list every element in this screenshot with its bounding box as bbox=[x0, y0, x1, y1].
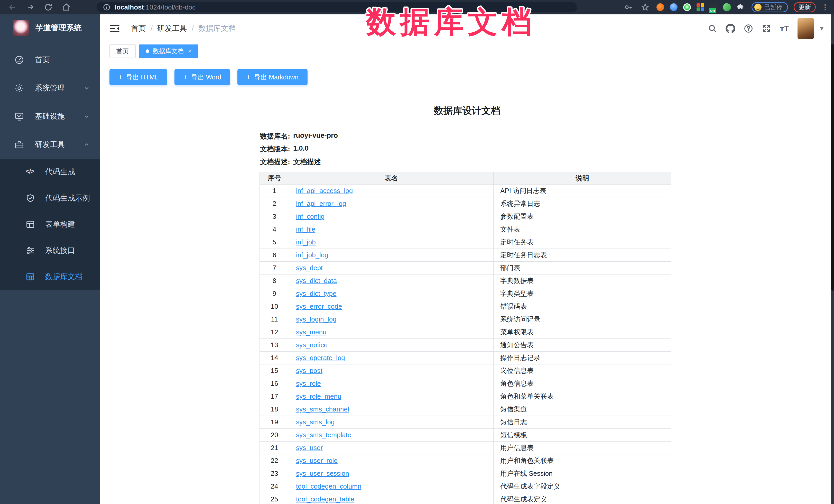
table-name-link[interactable]: tool_codegen_column bbox=[296, 482, 361, 490]
browser-reload-icon[interactable] bbox=[43, 2, 54, 13]
table-name-link[interactable]: inf_file bbox=[296, 225, 315, 233]
fullscreen-icon[interactable] bbox=[761, 23, 772, 35]
site-info-icon[interactable] bbox=[103, 3, 110, 11]
font-size-icon[interactable]: тT bbox=[778, 23, 790, 35]
table-name-link[interactable]: sys_dict_data bbox=[296, 277, 337, 285]
table-name-link[interactable]: sys_post bbox=[296, 367, 323, 374]
script-paused-pill[interactable]: 已暂停 bbox=[751, 2, 788, 12]
extension-orange-icon[interactable] bbox=[656, 3, 664, 11]
sidebar-collapse-icon[interactable] bbox=[109, 24, 120, 33]
breadcrumb-dev-tools[interactable]: 研发工具 bbox=[157, 23, 187, 34]
table-name-link[interactable]: inf_api_access_log bbox=[296, 187, 353, 195]
table-row: 15sys_post岗位信息表 bbox=[260, 365, 671, 377]
sidebar-item-infrastructure[interactable]: 基础设施 bbox=[0, 102, 100, 131]
table-name-link[interactable]: sys_sms_template bbox=[296, 431, 351, 439]
avatar[interactable] bbox=[797, 18, 814, 39]
password-key-icon[interactable] bbox=[622, 2, 634, 13]
table-name-link[interactable]: tool_codegen_table bbox=[296, 495, 354, 503]
table-name-link[interactable]: sys_sms_channel bbox=[296, 405, 349, 413]
table-description-cell: 参数配置表 bbox=[493, 210, 671, 223]
browser-home-icon[interactable] bbox=[61, 2, 72, 13]
table-name-link[interactable]: sys_user bbox=[296, 444, 323, 452]
form-icon bbox=[26, 220, 35, 229]
sidebar-item-label: 数据库文档 bbox=[45, 272, 83, 282]
sidebar-item-dev-tools[interactable]: 研发工具 bbox=[0, 131, 100, 159]
sidebar-item-db-doc[interactable]: 数据库文档 bbox=[0, 264, 100, 290]
browser-menu-kebab-icon[interactable]: ⋮ bbox=[821, 3, 829, 12]
table-name-link[interactable]: sys_sms_log bbox=[296, 418, 334, 426]
close-icon[interactable]: × bbox=[188, 47, 192, 55]
plus-icon: + bbox=[118, 73, 123, 81]
search-icon[interactable] bbox=[706, 23, 718, 35]
table-description-cell: 系统异常日志 bbox=[493, 197, 671, 210]
sliders-icon bbox=[26, 246, 35, 255]
table-name-link[interactable]: sys_operate_log bbox=[296, 354, 345, 361]
meta-value: ruoyi-vue-pro bbox=[293, 132, 338, 141]
breadcrumb-home[interactable]: 首页 bbox=[131, 23, 146, 34]
table-name-link[interactable]: sys_user_session bbox=[296, 469, 349, 477]
sidebar-item-label: 系统接口 bbox=[45, 245, 75, 256]
row-index: 15 bbox=[260, 365, 289, 377]
chevron-down-icon[interactable]: ▼ bbox=[818, 25, 825, 32]
sidebar-item-system[interactable]: 系统管理 bbox=[0, 74, 100, 102]
chevron-down-icon bbox=[83, 85, 90, 91]
sidebar-item-form-builder[interactable]: 表单构建 bbox=[0, 211, 100, 238]
sidebar-item-system-api[interactable]: 系统接口 bbox=[0, 238, 100, 264]
browser-forward-icon[interactable] bbox=[25, 2, 36, 13]
table-row: 19sys_sms_log短信日志 bbox=[260, 416, 671, 429]
help-icon[interactable] bbox=[743, 23, 754, 35]
table-name-link[interactable]: sys_user_role bbox=[296, 457, 337, 464]
sidebar-item-label: 系统管理 bbox=[35, 83, 65, 93]
table-name-link[interactable]: sys_menu bbox=[296, 328, 327, 336]
window-scrollbar[interactable] bbox=[831, 15, 834, 504]
row-index: 24 bbox=[260, 480, 289, 493]
github-icon[interactable] bbox=[725, 23, 737, 35]
sidebar-item-code-generation[interactable]: </> 代码生成 bbox=[0, 159, 100, 185]
table-name-link[interactable]: sys_notice bbox=[296, 341, 328, 349]
table-description-cell: 操作日志记录 bbox=[493, 352, 671, 365]
tab-home[interactable]: 首页 bbox=[109, 44, 136, 58]
scrollbar-thumb[interactable] bbox=[831, 44, 834, 291]
table-name-cell: sys_role_menu bbox=[289, 390, 493, 403]
sidebar-item-codegen-example[interactable]: 代码生成示例 bbox=[0, 185, 100, 211]
proxy-on-badge: on bbox=[709, 8, 716, 13]
bookmark-star-icon[interactable] bbox=[639, 2, 651, 13]
export-word-button[interactable]: + 导出 Word bbox=[174, 69, 230, 85]
table-row: 22sys_user_role用户和角色关联表 bbox=[260, 454, 671, 467]
table-name-link[interactable]: sys_error_code bbox=[296, 303, 342, 310]
table-name-link[interactable]: sys_login_log bbox=[296, 315, 336, 323]
emoji-face-icon bbox=[754, 4, 762, 11]
table-description-cell: 角色信息表 bbox=[493, 377, 671, 390]
table-name-link[interactable]: inf_config bbox=[296, 213, 325, 220]
extension-blue-icon[interactable] bbox=[670, 3, 678, 11]
sidebar-item-home[interactable]: 首页 bbox=[0, 46, 100, 74]
extension-grid-icon[interactable] bbox=[697, 3, 704, 11]
extension-green-check-icon[interactable] bbox=[683, 3, 691, 11]
extensions-puzzle-icon[interactable] bbox=[734, 2, 746, 13]
browser-back-icon[interactable] bbox=[7, 2, 18, 13]
meta-label: 文档版本: bbox=[260, 145, 290, 154]
chevron-down-icon bbox=[83, 113, 90, 120]
export-markdown-button[interactable]: + 导出 Markdown bbox=[237, 69, 308, 85]
gear-icon bbox=[15, 83, 24, 93]
tab-bar: 首页 数据库文档 × bbox=[100, 43, 834, 60]
app-logo-row[interactable]: 芋道管理系统 bbox=[0, 15, 100, 41]
table-name-link[interactable]: inf_job_log bbox=[296, 251, 328, 259]
extension-proxy-icon[interactable]: on bbox=[710, 3, 718, 11]
code-icon: </> bbox=[26, 167, 35, 177]
table-name-link[interactable]: sys_role bbox=[296, 379, 321, 387]
export-html-button[interactable]: + 导出 HTML bbox=[109, 69, 167, 85]
table-name-link[interactable]: inf_job bbox=[296, 238, 316, 246]
table-row: 6inf_job_log定时任务日志表 bbox=[260, 249, 671, 262]
browser-update-button[interactable]: 更新 bbox=[794, 2, 816, 12]
table-name-link[interactable]: sys_dict_type bbox=[296, 290, 336, 298]
extension-leaf-icon[interactable] bbox=[723, 3, 731, 11]
tab-db-doc[interactable]: 数据库文档 × bbox=[139, 44, 198, 58]
table-name-link[interactable]: inf_api_error_log bbox=[296, 200, 346, 207]
row-index: 13 bbox=[260, 339, 289, 352]
table-name-link[interactable]: sys_role_menu bbox=[296, 392, 341, 400]
table-row: 4inf_file文件表 bbox=[260, 223, 671, 236]
table-name-link[interactable]: sys_dept bbox=[296, 264, 323, 272]
breadcrumb-separator: / bbox=[151, 24, 153, 33]
table-description-cell: 字典数据表 bbox=[493, 275, 671, 287]
